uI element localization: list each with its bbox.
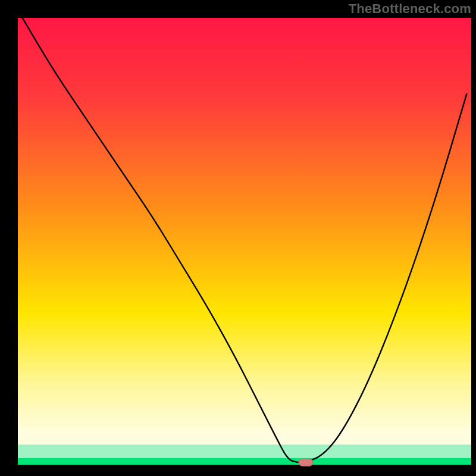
chart-stage: TheBottleneck.com (0, 0, 476, 476)
optimal-point-marker (299, 459, 313, 466)
bottleneck-chart (0, 0, 476, 476)
cream-band (18, 444, 471, 458)
watermark-label: TheBottleneck.com (349, 1, 471, 17)
green-band (18, 458, 471, 465)
plot-area (18, 18, 471, 465)
